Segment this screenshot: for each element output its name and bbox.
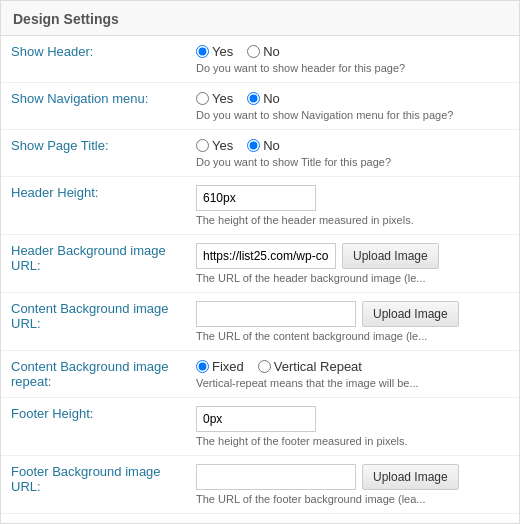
footer-height-input[interactable] xyxy=(196,406,316,432)
row-header-height: Header Height: The height of the header … xyxy=(1,177,519,235)
value-header-bg-url: Upload Image The URL of the header backg… xyxy=(186,235,519,293)
hint-show-header: Do you want to show header for this page… xyxy=(196,62,509,74)
footer-bg-upload-button[interactable]: Upload Image xyxy=(362,464,459,490)
settings-title: Design Settings xyxy=(1,1,519,36)
hint-content-bg-url: The URL of the content background image … xyxy=(196,330,509,342)
label-content-bg-repeat: Content Background image repeat: xyxy=(1,351,186,398)
hint-header-height: The height of the header measured in pix… xyxy=(196,214,509,226)
radio-show-header-no[interactable]: No xyxy=(247,44,280,59)
radio-show-title-no[interactable]: No xyxy=(247,138,280,153)
label-show-nav: Show Navigation menu: xyxy=(1,83,186,130)
radio-label-show-header-yes: Yes xyxy=(212,44,233,59)
row-footer-height: Footer Height: The height of the footer … xyxy=(1,398,519,456)
hint-footer-bg-url: The URL of the footer background image (… xyxy=(196,493,509,505)
row-content-bg-repeat: Content Background image repeat: Fixed V… xyxy=(1,351,519,398)
radio-input-vertical[interactable] xyxy=(258,360,271,373)
radio-row-content-bg-repeat: Fixed Vertical Repeat xyxy=(196,359,509,374)
radio-input-show-title-no[interactable] xyxy=(247,139,260,152)
radio-show-title-yes[interactable]: Yes xyxy=(196,138,233,153)
footer-bg-url-input[interactable] xyxy=(196,464,356,490)
radio-show-nav-no[interactable]: No xyxy=(247,91,280,106)
settings-table: Show Header: Yes No Do you want to show … xyxy=(1,36,519,514)
header-bg-url-input[interactable] xyxy=(196,243,336,269)
label-show-header: Show Header: xyxy=(1,36,186,83)
radio-show-nav-yes[interactable]: Yes xyxy=(196,91,233,106)
hint-header-bg-url: The URL of the header background image (… xyxy=(196,272,509,284)
radio-row-show-nav: Yes No xyxy=(196,91,509,106)
input-row-content-bg-url: Upload Image xyxy=(196,301,509,327)
radio-vertical[interactable]: Vertical Repeat xyxy=(258,359,362,374)
radio-label-show-title-no: No xyxy=(263,138,280,153)
label-content-bg-url: Content Background image URL: xyxy=(1,293,186,351)
row-content-bg-url: Content Background image URL: Upload Ima… xyxy=(1,293,519,351)
radio-input-show-nav-yes[interactable] xyxy=(196,92,209,105)
label-footer-bg-url: Footer Background image URL: xyxy=(1,456,186,514)
hint-show-nav: Do you want to show Navigation menu for … xyxy=(196,109,509,121)
settings-container: Design Settings Show Header: Yes No xyxy=(0,0,520,524)
label-header-height: Header Height: xyxy=(1,177,186,235)
radio-row-show-header: Yes No xyxy=(196,44,509,59)
row-header-bg-url: Header Background image URL: Upload Imag… xyxy=(1,235,519,293)
value-header-height: The height of the header measured in pix… xyxy=(186,177,519,235)
input-row-footer-bg-url: Upload Image xyxy=(196,464,509,490)
content-bg-url-input[interactable] xyxy=(196,301,356,327)
radio-input-fixed[interactable] xyxy=(196,360,209,373)
value-show-title: Yes No Do you want to show Title for thi… xyxy=(186,130,519,177)
value-content-bg-repeat: Fixed Vertical Repeat Vertical-repeat me… xyxy=(186,351,519,398)
radio-label-show-title-yes: Yes xyxy=(212,138,233,153)
header-height-input[interactable] xyxy=(196,185,316,211)
value-show-header: Yes No Do you want to show header for th… xyxy=(186,36,519,83)
radio-row-show-title: Yes No xyxy=(196,138,509,153)
row-footer-bg-url: Footer Background image URL: Upload Imag… xyxy=(1,456,519,514)
radio-input-show-header-yes[interactable] xyxy=(196,45,209,58)
radio-label-show-header-no: No xyxy=(263,44,280,59)
input-row-header-height xyxy=(196,185,509,211)
radio-fixed[interactable]: Fixed xyxy=(196,359,244,374)
radio-label-fixed: Fixed xyxy=(212,359,244,374)
hint-content-bg-repeat: Vertical-repeat means that the image wil… xyxy=(196,377,509,389)
header-bg-upload-button[interactable]: Upload Image xyxy=(342,243,439,269)
radio-show-header-yes[interactable]: Yes xyxy=(196,44,233,59)
radio-input-show-nav-no[interactable] xyxy=(247,92,260,105)
input-row-header-bg-url: Upload Image xyxy=(196,243,509,269)
value-content-bg-url: Upload Image The URL of the content back… xyxy=(186,293,519,351)
label-header-bg-url: Header Background image URL: xyxy=(1,235,186,293)
value-footer-bg-url: Upload Image The URL of the footer backg… xyxy=(186,456,519,514)
content-bg-upload-button[interactable]: Upload Image xyxy=(362,301,459,327)
row-show-header: Show Header: Yes No Do you want to show … xyxy=(1,36,519,83)
label-footer-height: Footer Height: xyxy=(1,398,186,456)
label-show-title: Show Page Title: xyxy=(1,130,186,177)
radio-label-show-nav-no: No xyxy=(263,91,280,106)
radio-label-vertical: Vertical Repeat xyxy=(274,359,362,374)
row-show-title: Show Page Title: Yes No Do you want to s… xyxy=(1,130,519,177)
value-footer-height: The height of the footer measured in pix… xyxy=(186,398,519,456)
row-show-nav: Show Navigation menu: Yes No Do you want… xyxy=(1,83,519,130)
radio-input-show-title-yes[interactable] xyxy=(196,139,209,152)
radio-input-show-header-no[interactable] xyxy=(247,45,260,58)
value-show-nav: Yes No Do you want to show Navigation me… xyxy=(186,83,519,130)
hint-show-title: Do you want to show Title for this page? xyxy=(196,156,509,168)
hint-footer-height: The height of the footer measured in pix… xyxy=(196,435,509,447)
radio-label-show-nav-yes: Yes xyxy=(212,91,233,106)
input-row-footer-height xyxy=(196,406,509,432)
